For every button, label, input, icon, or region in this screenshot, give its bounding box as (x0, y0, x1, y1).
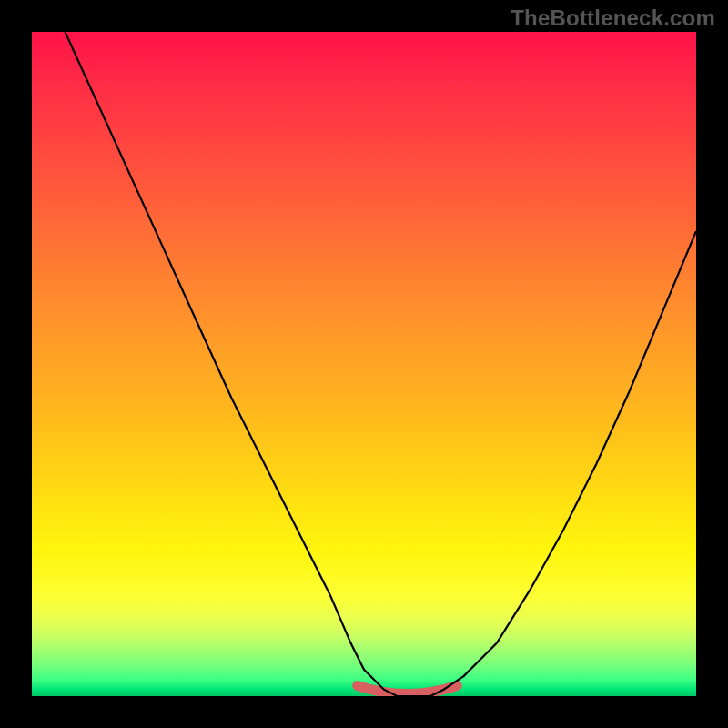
bottleneck-curve (66, 32, 697, 696)
curve-layer (32, 32, 696, 696)
plot-area (32, 32, 696, 696)
chart-frame: TheBottleneck.com (0, 0, 728, 728)
watermark-text: TheBottleneck.com (511, 5, 715, 31)
